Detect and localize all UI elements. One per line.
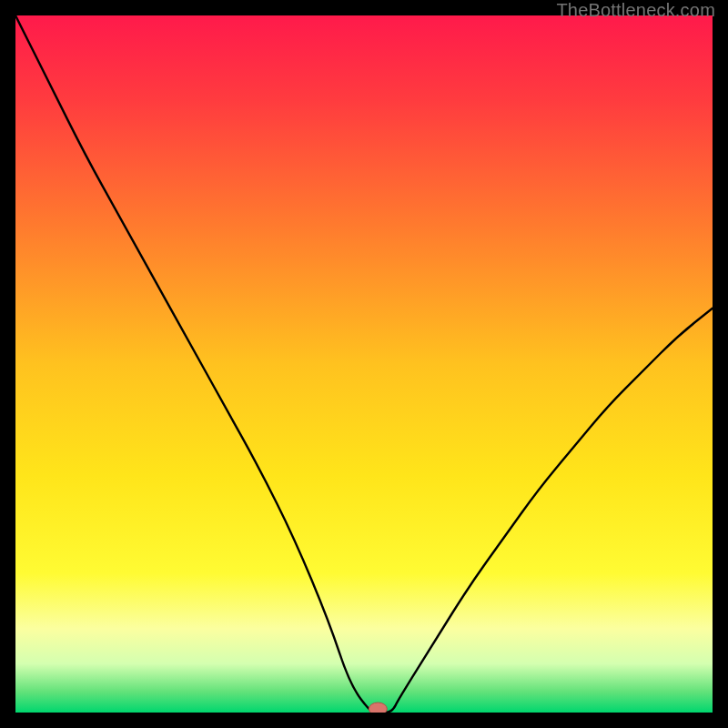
optimum-marker: [369, 703, 387, 713]
chart-frame: TheBottleneck.com: [0, 0, 728, 728]
watermark-text: TheBottleneck.com: [556, 0, 715, 21]
chart-svg: [15, 15, 713, 713]
gradient-background: [15, 15, 713, 713]
plot-area: [15, 15, 713, 713]
